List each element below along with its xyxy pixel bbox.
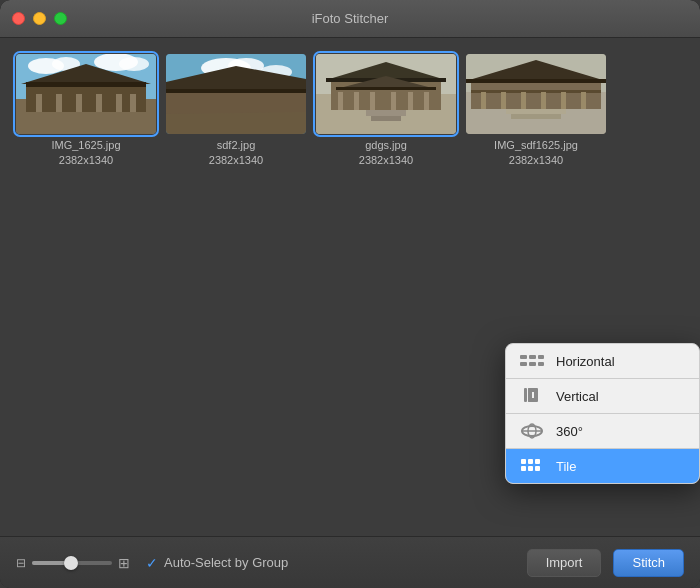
dropdown-item-horizontal[interactable]: Horizontal <box>506 344 699 378</box>
svg-rect-49 <box>501 92 506 109</box>
window-title: iFoto Stitcher <box>312 11 389 26</box>
list-item[interactable]: gdgs.jpg 2382x1340 <box>316 54 456 169</box>
svg-rect-58 <box>538 355 544 359</box>
svg-rect-33 <box>366 110 406 116</box>
360-icon <box>520 422 544 440</box>
svg-rect-39 <box>408 92 413 110</box>
auto-select-group[interactable]: ✓ Auto-Select by Group <box>146 555 288 571</box>
bottom-bar: ⊟ ⊞ ✓ Auto-Select by Group Import Stitch <box>0 536 700 588</box>
svg-rect-72 <box>535 459 540 464</box>
traffic-lights <box>12 12 67 25</box>
auto-select-label: Auto-Select by Group <box>164 555 288 570</box>
photo-content-area: IMG_1625.jpg 2382x1340 <box>0 38 700 185</box>
minimize-button[interactable] <box>33 12 46 25</box>
zoom-slider[interactable] <box>32 561 112 565</box>
photo-filename: sdf2.jpg 2382x1340 <box>209 138 263 169</box>
svg-rect-9 <box>26 82 146 87</box>
stitch-button[interactable]: Stitch <box>613 549 684 577</box>
dropdown-item-label: Tile <box>556 459 576 474</box>
svg-rect-32 <box>336 87 436 90</box>
zoom-out-icon[interactable]: ⊟ <box>16 556 26 570</box>
photo-filename: IMG_sdf1625.jpg 2382x1340 <box>494 138 578 169</box>
svg-rect-13 <box>96 94 102 112</box>
svg-rect-59 <box>520 362 527 366</box>
photo-thumbnail[interactable] <box>166 54 306 134</box>
photo-thumbnail[interactable] <box>16 54 156 134</box>
list-item[interactable]: IMG_sdf1625.jpg 2382x1340 <box>466 54 606 169</box>
app-window: iFoto Stitcher <box>0 0 700 588</box>
stitch-dropdown: Horizontal Vertical <box>505 343 700 484</box>
svg-rect-60 <box>529 362 536 366</box>
list-item[interactable]: IMG_1625.jpg 2382x1340 <box>16 54 156 169</box>
svg-rect-73 <box>521 466 526 471</box>
svg-rect-37 <box>370 92 375 110</box>
svg-rect-35 <box>338 92 343 110</box>
svg-rect-55 <box>511 114 561 119</box>
svg-rect-51 <box>541 92 546 109</box>
list-item[interactable]: sdf2.jpg 2382x1340 <box>166 54 306 169</box>
svg-rect-15 <box>130 94 136 112</box>
svg-rect-53 <box>581 92 586 109</box>
main-content: IMG_1625.jpg 2382x1340 <box>0 38 700 536</box>
dropdown-item-tile[interactable]: Tile <box>506 449 699 483</box>
dropdown-item-label: Vertical <box>556 389 599 404</box>
svg-rect-54 <box>506 109 566 114</box>
dropdown-menu: Horizontal Vertical <box>505 343 700 484</box>
svg-rect-71 <box>528 459 533 464</box>
svg-rect-12 <box>76 94 82 112</box>
svg-rect-40 <box>424 92 429 110</box>
svg-rect-10 <box>36 94 42 112</box>
svg-rect-75 <box>535 466 540 471</box>
zoom-thumb[interactable] <box>64 556 78 570</box>
svg-rect-56 <box>520 355 527 359</box>
svg-rect-50 <box>521 92 526 109</box>
vertical-icon <box>520 387 544 405</box>
svg-rect-66 <box>528 398 536 402</box>
dropdown-item-360[interactable]: 360° <box>506 414 699 448</box>
dropdown-item-vertical[interactable]: Vertical <box>506 379 699 413</box>
svg-rect-65 <box>528 388 536 392</box>
svg-rect-11 <box>56 94 62 112</box>
zoom-in-icon[interactable]: ⊞ <box>118 555 130 571</box>
maximize-button[interactable] <box>54 12 67 25</box>
svg-rect-48 <box>481 92 486 109</box>
svg-rect-24 <box>166 89 306 93</box>
svg-rect-57 <box>529 355 536 359</box>
svg-rect-38 <box>391 92 396 110</box>
svg-rect-36 <box>354 92 359 110</box>
svg-point-5 <box>119 57 149 71</box>
close-button[interactable] <box>12 12 25 25</box>
svg-rect-34 <box>371 116 401 121</box>
photo-thumbnail[interactable] <box>316 54 456 134</box>
import-button[interactable]: Import <box>527 549 602 577</box>
svg-rect-14 <box>116 94 122 112</box>
svg-rect-46 <box>466 79 606 83</box>
svg-rect-74 <box>528 466 533 471</box>
svg-rect-61 <box>538 362 544 366</box>
dropdown-item-label: Horizontal <box>556 354 615 369</box>
zoom-control[interactable]: ⊟ ⊞ <box>16 555 130 571</box>
dropdown-item-label: 360° <box>556 424 583 439</box>
photo-filename: gdgs.jpg 2382x1340 <box>359 138 413 169</box>
photo-thumbnail[interactable] <box>466 54 606 134</box>
tile-icon <box>520 457 544 475</box>
horizontal-icon <box>520 352 544 370</box>
svg-rect-64 <box>524 388 527 402</box>
title-bar: iFoto Stitcher <box>0 0 700 38</box>
svg-rect-70 <box>521 459 526 464</box>
photo-filename: IMG_1625.jpg 2382x1340 <box>51 138 120 169</box>
svg-rect-52 <box>561 92 566 109</box>
photo-grid: IMG_1625.jpg 2382x1340 <box>16 54 684 169</box>
auto-select-checkmark: ✓ <box>146 555 158 571</box>
